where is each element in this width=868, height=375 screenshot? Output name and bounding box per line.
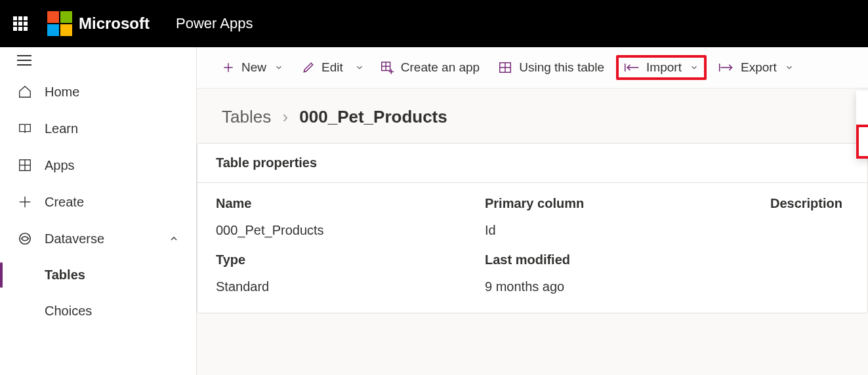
- chevron-right-icon: ›: [282, 107, 288, 127]
- global-header: Microsoft Power Apps: [0, 0, 868, 47]
- brand-label: Microsoft: [79, 14, 150, 33]
- breadcrumb-link-tables[interactable]: Tables: [222, 107, 271, 127]
- chevron-down-icon: [785, 63, 794, 72]
- sidebar-label: Create: [45, 195, 84, 210]
- prop-label-last-modified: Last modified: [485, 252, 754, 267]
- breadcrumb: Tables › 000_Pet_Products: [197, 89, 868, 138]
- import-button[interactable]: Import: [616, 55, 707, 80]
- button-label: Export: [741, 60, 777, 75]
- sidebar-item-apps[interactable]: Apps: [0, 147, 196, 184]
- sidebar-item-home[interactable]: Home: [0, 73, 196, 110]
- menu-toggle-button[interactable]: [0, 47, 196, 73]
- microsoft-logo-icon: [47, 11, 72, 36]
- using-table-button[interactable]: Using this table: [491, 55, 611, 80]
- chevron-down-icon: [690, 63, 699, 72]
- chevron-down-icon: [355, 63, 364, 72]
- export-arrow-icon: [718, 62, 734, 73]
- table-properties-card: Table properties Name Primary column Des…: [197, 143, 868, 313]
- prop-label-description: Description: [754, 196, 849, 211]
- command-bar: New Edit: [197, 47, 868, 89]
- button-label: New: [241, 60, 266, 75]
- plus-icon: [17, 194, 33, 210]
- prop-label-type: Type: [216, 252, 485, 267]
- table-icon: [498, 60, 512, 75]
- import-data-option[interactable]: Import data: [856, 90, 868, 125]
- app-plus-icon: [380, 60, 394, 75]
- sidebar-label: Apps: [45, 158, 75, 173]
- home-icon: [17, 84, 33, 100]
- export-button[interactable]: Export: [712, 55, 800, 80]
- sidebar-label: Learn: [45, 121, 78, 136]
- sidebar-label: Tables: [45, 267, 85, 283]
- button-label: Edit: [321, 60, 343, 75]
- prop-value-type: Standard: [216, 279, 485, 294]
- import-arrow-icon: [624, 62, 640, 73]
- sidebar-item-choices[interactable]: Choices: [0, 293, 196, 329]
- sidebar-item-learn[interactable]: Learn: [0, 110, 196, 147]
- sidebar-label: Dataverse: [45, 231, 104, 247]
- prop-label-name: Name: [216, 196, 485, 211]
- import-excel-option[interactable]: X Import data from Excel: [856, 125, 868, 159]
- sidebar-item-dataverse[interactable]: Dataverse: [0, 220, 196, 257]
- sidebar-item-tables[interactable]: Tables: [0, 257, 196, 293]
- app-launcher-icon[interactable]: [13, 16, 28, 31]
- main-region: New Edit: [197, 47, 868, 375]
- plus-icon: [222, 61, 235, 74]
- prop-label-primary-column: Primary column: [485, 196, 754, 211]
- chevron-up-icon: [169, 233, 179, 244]
- hamburger-icon: [17, 55, 31, 66]
- dataverse-icon: [17, 231, 33, 247]
- sidebar: Home Learn Apps Create Dataverse: [0, 47, 197, 375]
- new-button[interactable]: New: [215, 55, 290, 80]
- prop-value-last-modified: 9 months ago: [485, 279, 754, 294]
- edit-split-button[interactable]: [350, 58, 368, 77]
- prop-value-primary-column: Id: [485, 223, 754, 238]
- prop-value-description: [754, 223, 849, 238]
- sidebar-label: Choices: [45, 304, 92, 319]
- import-dropdown: Import data X Import data from Excel: [856, 90, 868, 159]
- prop-value-name: 000_Pet_Products: [216, 223, 485, 238]
- sidebar-label: Home: [45, 85, 79, 100]
- chevron-down-icon: [274, 63, 283, 72]
- edit-button[interactable]: Edit: [295, 55, 350, 80]
- create-app-button[interactable]: Create an app: [373, 55, 486, 80]
- sidebar-item-create[interactable]: Create: [0, 184, 196, 220]
- button-label: Create an app: [401, 60, 480, 75]
- app-title: Power Apps: [176, 15, 253, 32]
- breadcrumb-current: 000_Pet_Products: [299, 107, 447, 127]
- book-icon: [17, 121, 33, 136]
- grid-icon: [17, 157, 33, 173]
- button-label: Using this table: [519, 60, 604, 75]
- card-title: Table properties: [197, 144, 867, 183]
- button-label: Import: [646, 60, 682, 75]
- pencil-icon: [302, 61, 315, 74]
